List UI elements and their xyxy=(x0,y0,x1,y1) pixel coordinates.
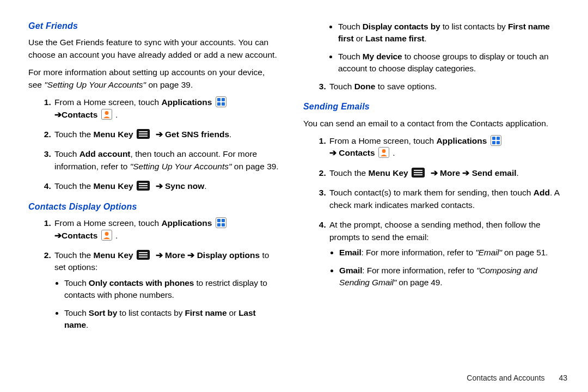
text: : For more information, refer to xyxy=(362,266,476,275)
label-menu-key: Menu Key xyxy=(369,168,408,177)
label: First name xyxy=(185,308,227,317)
label-applications: Applications xyxy=(161,97,212,107)
step-3: Touch Done to save options. xyxy=(328,81,567,93)
applications-icon xyxy=(216,217,226,228)
get-friends-steps: From a Home screen, touch Applications ➔… xyxy=(28,96,279,193)
bullet: Touch My device to choose groups to disp… xyxy=(338,51,567,75)
display-options-bullets-cont: Touch Display contacts by to list contac… xyxy=(303,21,567,75)
arrow: ➔ xyxy=(462,168,469,177)
left-column: Get Friends Use the Get Friends feature … xyxy=(28,17,298,387)
arrow: ➔ xyxy=(329,148,336,157)
text: on page 51. xyxy=(502,248,548,257)
get-friends-moreinfo: For more information about setting up ac… xyxy=(28,66,279,91)
get-friends-intro: Use the Get Friends feature to sync with… xyxy=(28,36,279,61)
text: Touch xyxy=(338,22,363,31)
label-done: Done xyxy=(354,82,376,91)
step-2: Touch the Menu Key ➔ More ➔ Send email. xyxy=(328,167,567,179)
text: on page 49. xyxy=(396,278,442,287)
arrow: ➔ xyxy=(156,181,163,191)
text: or xyxy=(226,308,238,317)
contacts-icon xyxy=(101,230,112,241)
text: Touch xyxy=(64,278,89,287)
text: From a Home screen, touch xyxy=(54,97,161,107)
label-email: Email xyxy=(339,248,362,257)
label-get-sns: Get SNS friends xyxy=(165,130,229,139)
label-sync-now: Sync now xyxy=(165,181,204,191)
text: on page 39. xyxy=(231,162,278,171)
applications-icon xyxy=(216,96,226,107)
step-1: From a Home screen, touch Applications ➔… xyxy=(53,217,279,242)
applications-icon xyxy=(491,135,501,146)
step-4: At the prompt, choose a sending method, … xyxy=(328,219,567,289)
label-display-options: Display options xyxy=(197,250,260,260)
label-add-account: Add account xyxy=(79,149,131,158)
arrow: ➔ xyxy=(54,110,62,119)
text: Touch the xyxy=(54,181,94,191)
bullet: Touch Only contacts with phones to restr… xyxy=(64,277,279,302)
text: Touch xyxy=(64,308,89,317)
label-more: More xyxy=(165,250,185,260)
sending-emails-steps: From a Home screen, touch Applications ➔… xyxy=(303,135,567,289)
bullet: Email: For more information, refer to "E… xyxy=(339,247,567,259)
page-footer: Contacts and Accounts 43 xyxy=(467,372,567,383)
text: to list contacts by xyxy=(440,22,508,31)
step-3: Touch contact(s) to mark them for sendin… xyxy=(328,187,567,211)
reference: "Email" xyxy=(475,248,502,257)
label: Only contacts with phones xyxy=(89,278,194,287)
label-send-email: Send email xyxy=(472,168,517,177)
label: My device xyxy=(363,52,402,61)
label-add: Add xyxy=(534,188,550,197)
text: Touch xyxy=(338,52,363,61)
arrow: ➔ xyxy=(156,250,163,260)
period: . xyxy=(113,110,118,119)
step-1: From a Home screen, touch Applications ➔… xyxy=(328,135,567,160)
text: or xyxy=(354,34,366,43)
label-contacts: Contacts xyxy=(339,148,375,157)
text: on page 39. xyxy=(146,80,193,89)
menu-key-icon xyxy=(412,168,425,177)
sending-emails-intro: You can send an email to a contact from … xyxy=(303,118,567,130)
step-3: Touch Add account, then touch an account… xyxy=(53,148,279,173)
label-contacts: Contacts xyxy=(62,110,97,119)
label-more: More xyxy=(440,168,460,177)
arrow: ➔ xyxy=(54,231,62,240)
footer-section: Contacts and Accounts xyxy=(467,373,544,382)
label-gmail: Gmail xyxy=(339,266,362,275)
label-menu-key: Menu Key xyxy=(94,130,133,139)
footer-page-number: 43 xyxy=(559,372,567,383)
contacts-display-steps: From a Home screen, touch Applications ➔… xyxy=(28,217,279,332)
bullet: Touch Sort by to list contacts by First … xyxy=(64,307,279,332)
label: Sort by xyxy=(89,308,117,317)
label-menu-key: Menu Key xyxy=(94,250,133,260)
reference: "Setting Up Your Accounts" xyxy=(44,80,146,89)
label: Last name first xyxy=(365,34,424,43)
arrow: ➔ xyxy=(187,250,194,260)
text: Touch the xyxy=(54,130,94,139)
period: . xyxy=(113,231,118,240)
heading-get-friends: Get Friends xyxy=(28,20,279,32)
text: Touch contact(s) to mark them for sendin… xyxy=(329,188,534,197)
contacts-icon xyxy=(378,147,389,158)
label-applications: Applications xyxy=(436,136,487,145)
contacts-display-steps-cont: Touch Done to save options. xyxy=(303,81,567,93)
heading-sending-emails: Sending Emails xyxy=(303,100,567,113)
text: From a Home screen, touch xyxy=(54,218,161,228)
reference: "Setting Up Your Accounts" xyxy=(130,162,232,171)
heading-contacts-display: Contacts Display Options xyxy=(28,200,279,213)
text: to list contacts by xyxy=(117,308,185,317)
display-options-bullets: Touch Only contacts with phones to restr… xyxy=(54,277,279,332)
text: Touch the xyxy=(329,168,369,177)
step-2: Touch the Menu Key ➔ More ➔ Display opti… xyxy=(53,249,279,332)
arrow: ➔ xyxy=(156,130,163,139)
menu-key-icon xyxy=(137,250,150,260)
arrow: ➔ xyxy=(431,168,438,177)
label-contacts: Contacts xyxy=(62,231,97,240)
step-4: Touch the Menu Key ➔ Sync now. xyxy=(53,180,279,192)
manual-page: Get Friends Use the Get Friends feature … xyxy=(0,0,588,392)
right-column: Touch Display contacts by to list contac… xyxy=(298,17,567,387)
menu-key-icon xyxy=(137,129,150,139)
contacts-icon xyxy=(101,109,112,120)
step-2: Touch the Menu Key ➔ Get SNS friends. xyxy=(53,128,279,140)
period: . xyxy=(390,148,395,157)
label-applications: Applications xyxy=(161,218,212,228)
